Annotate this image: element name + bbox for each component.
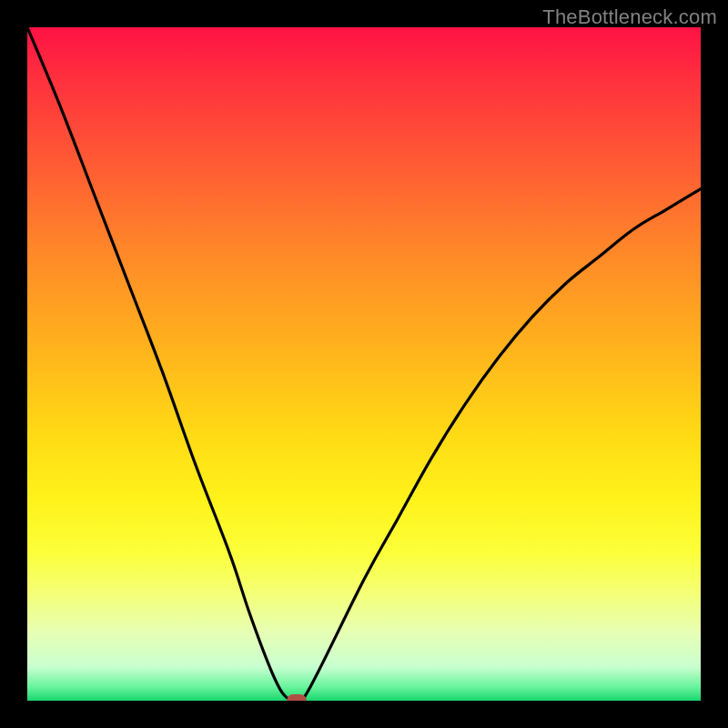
plot-area	[27, 27, 701, 701]
chart-frame: TheBottleneck.com	[0, 0, 728, 728]
bottleneck-curve	[27, 27, 701, 701]
watermark-text: TheBottleneck.com	[542, 5, 717, 29]
curve-layer	[27, 27, 701, 701]
optimum-marker	[287, 694, 307, 701]
